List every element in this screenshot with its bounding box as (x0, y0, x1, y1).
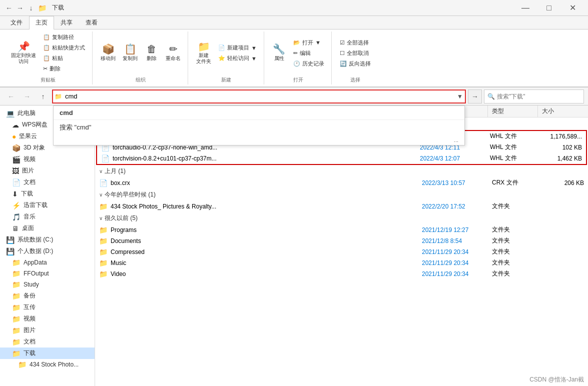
invert-select-button[interactable]: 🔄 反向选择 (337, 59, 374, 68)
address-go-button[interactable]: → (468, 90, 482, 104)
downloads1-icon: ⬇ (12, 190, 18, 198)
new-folder-button[interactable]: 📁 新建文件夹 (193, 40, 214, 66)
sidebar-item-desktop[interactable]: 🖥 桌面 (0, 222, 95, 234)
sidebar-item-study[interactable]: 📁 Study (0, 279, 95, 290)
title-bar-controls: — □ ✕ (514, 0, 584, 16)
sidebar-item-ffoutput[interactable]: 📁 FFOutput (0, 268, 95, 279)
cut-button[interactable]: ✂ 删除 (40, 64, 88, 74)
ffoutput-label: FFOutput (24, 270, 49, 277)
address-suggestion: cmd 搜索 "cmd" ... (53, 106, 465, 146)
address-input[interactable] (63, 92, 455, 101)
folder-icon-stock: 📁 (99, 202, 108, 210)
fr-date-documents: 2021/12/8 8:54 (418, 238, 488, 244)
new-col: 📄 新建项目 ▼ ⭐ 轻松访问 ▼ (215, 43, 260, 63)
invert-icon: 🔄 (340, 60, 347, 67)
delete-button[interactable]: 🗑 删除 (142, 42, 162, 64)
down-icon[interactable]: ↓ (26, 3, 36, 13)
copy-button[interactable]: 📋 复制路径 (40, 32, 88, 42)
suggestion-search-cmd[interactable]: 搜索 "cmd" (54, 120, 464, 135)
sidebar-item-transfer[interactable]: 📁 互传 (0, 302, 95, 313)
maximize-button[interactable]: □ (537, 0, 560, 16)
paste-button[interactable]: 📋 粘贴 (40, 54, 88, 63)
pin-label: 固定到快速访问 (11, 52, 36, 64)
nav-up-button[interactable]: ↑ (36, 90, 50, 104)
ribbon: 文件 主页 共享 查看 📌 固定到快速访问 📋 复制路径 📋 (0, 16, 588, 88)
sidebar-item-downloads2[interactable]: 📁 下载 (0, 348, 95, 359)
sidebar-item-thunder[interactable]: ⚡ 迅雷下载 (0, 200, 95, 211)
sidebar-item-stock[interactable]: 📁 434 Stock Photo... (0, 359, 95, 370)
fr-date-box: 2022/3/13 10:57 (418, 180, 488, 186)
select-all-button[interactable]: ☑ 全部选择 (337, 38, 374, 48)
sidebar-item-pictures1[interactable]: 🖼 图片 (0, 165, 95, 176)
music-label: 音乐 (24, 212, 36, 221)
search-input[interactable] (497, 93, 580, 100)
file-row-compressed[interactable]: 📁 Compressed 2021/11/29 20:34 文件夹 (95, 246, 588, 258)
whl-icon-torchvision: 📄 (101, 154, 110, 162)
copy-to-button[interactable]: 📋 复制到 (120, 42, 141, 64)
suggestion-cmd[interactable]: cmd (54, 106, 464, 120)
suggestion-more[interactable]: ... (54, 135, 464, 145)
properties-button[interactable]: 🔧 属性 (269, 42, 289, 64)
group-earlier-this-year: 今年的早些时候 (1) 📁 434 Stock Photos_ Pictures… (95, 188, 588, 212)
col-type[interactable]: 类型 (488, 106, 538, 117)
docs1-label: 文档 (24, 178, 36, 186)
paste-shortcut-label: 粘贴快捷方式 (52, 44, 85, 52)
open-label: 打开 (302, 39, 313, 46)
sidebar-item-docs2[interactable]: 📁 文档 (0, 336, 95, 348)
file-row-torchvision[interactable]: 📄 torchvision-0.8.2+cu101-cp37-cp37m... … (97, 153, 586, 164)
nav-forward-button[interactable]: → (20, 90, 34, 104)
appdata-label: AppData (24, 259, 47, 266)
tab-share[interactable]: 共享 (54, 16, 79, 29)
file-row-stock[interactable]: 📁 434 Stock Photos_ Pictures & Royalty..… (95, 201, 588, 212)
sidebar-item-docs1[interactable]: 📄 文档 (0, 176, 95, 188)
main-layout: 💻 此电脑 ☁ WPS网盘 ● 坚果云 📦 3D 对象 🎬 视频 🖼 图片 📄 … (0, 106, 588, 386)
rename-label: 重命名 (166, 55, 181, 62)
tab-view[interactable]: 查看 (79, 16, 104, 29)
select-none-button[interactable]: ☐ 全部取消 (337, 48, 374, 58)
folder-icon-programs: 📁 (99, 226, 108, 234)
file-name-stock: 434 Stock Photos_ Pictures & Royalty... (111, 203, 216, 210)
file-row-music[interactable]: 📁 Music 2021/11/29 20:34 文件夹 (95, 258, 588, 268)
sidebar-item-appdata[interactable]: 📁 AppData (0, 257, 95, 268)
close-button[interactable]: ✕ (561, 0, 584, 16)
ffoutput-icon: 📁 (12, 270, 21, 278)
minimize-button[interactable]: — (514, 0, 537, 16)
cut-label: 删除 (50, 65, 61, 72)
paste-shortcut-button[interactable]: 📋 粘贴快捷方式 (40, 43, 88, 52)
sidebar-item-video1[interactable]: 🎬 视频 (0, 154, 95, 165)
sidebar-item-video2[interactable]: 📁 视频 (0, 313, 95, 324)
file-row-video[interactable]: 📁 Video 2021/11/29 20:34 文件夹 (95, 268, 588, 280)
sidebar-item-music[interactable]: 🎵 音乐 (0, 211, 95, 222)
title-bar-icons: ← → ↓ 📁 (4, 3, 47, 13)
video2-label: 视频 (24, 314, 36, 323)
delete-icon: 🗑 (147, 44, 157, 54)
sidebar-item-backup[interactable]: 📁 备份 (0, 290, 95, 302)
tab-home[interactable]: 主页 (29, 16, 54, 30)
appdata-icon: 📁 (12, 258, 21, 266)
easy-access-button[interactable]: ⭐ 轻松访问 ▼ (215, 54, 260, 63)
file-row-programs[interactable]: 📁 Programs 2021/12/19 12:27 文件夹 (95, 224, 588, 236)
edit-button[interactable]: ✏ 编辑 (290, 48, 327, 58)
sidebar-item-cdrive[interactable]: 💾 系统数据 (C:) (0, 234, 95, 246)
forward-icon[interactable]: → (15, 3, 25, 13)
file-row-documents[interactable]: 📁 Documents 2021/12/8 8:54 文件夹 (95, 236, 588, 246)
move-to-button[interactable]: 📦 移动到 (98, 42, 119, 64)
tab-file[interactable]: 文件 (4, 16, 29, 29)
sidebar-item-downloads1[interactable]: ⬇ 下载 (0, 188, 95, 200)
new-item-button[interactable]: 📄 新建项目 ▼ (215, 43, 260, 52)
col-size[interactable]: 大小 (538, 106, 588, 117)
history-button[interactable]: 🕐 历史记录 (290, 59, 327, 68)
new-folder-label: 新建文件夹 (196, 52, 211, 64)
pictures2-icon: 📁 (12, 326, 21, 334)
sidebar-item-ddrive[interactable]: 💾 个人数据 (D:) (0, 246, 95, 257)
address-dropdown-icon[interactable]: ▼ (455, 90, 465, 104)
sidebar-item-pictures2[interactable]: 📁 图片 (0, 324, 95, 336)
rename-button[interactable]: ✏ 重命名 (163, 42, 184, 64)
open-button[interactable]: 📂 打开 ▼ (290, 38, 327, 48)
downloads2-label: 下载 (24, 349, 36, 358)
file-row-box[interactable]: 📄 box.crx 2022/3/13 10:57 CRX 文件 206 KB (95, 178, 588, 188)
back-icon[interactable]: ← (4, 3, 14, 13)
wps-label: WPS网盘 (22, 120, 48, 129)
pin-button[interactable]: 📌 固定到快速访问 (8, 40, 39, 66)
nav-back-button[interactable]: ← (4, 90, 18, 104)
